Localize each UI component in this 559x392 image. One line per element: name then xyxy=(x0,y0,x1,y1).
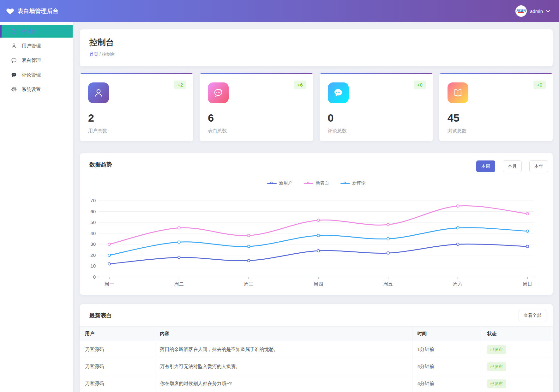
cell-content: 你在颓废的时候别人都在努力哦~? xyxy=(155,375,412,392)
column-header-user: 用户 xyxy=(80,327,155,341)
legend-marker xyxy=(304,181,313,185)
sidebar-item-users[interactable]: 用户管理 xyxy=(0,39,73,52)
trend-chart-card: 数据趋势 本周 本月 本年 新用户 新表白 新评论 01020304050607… xyxy=(80,153,553,295)
app-title: 表白墙管理后台 xyxy=(18,7,59,15)
avatar-logo-underline xyxy=(518,12,524,13)
sidebar-item-label: 系统设置 xyxy=(22,87,41,93)
stat-badge: +0 xyxy=(414,81,426,89)
legend-item-new-comments[interactable]: 新评论 xyxy=(340,180,366,186)
table-row: 刀客源码 万有引力可无法对坠入爱河的人负责。 4分钟前 已发布 xyxy=(80,358,553,375)
sidebar-item-label: 控制台 xyxy=(22,28,36,34)
page-title: 控制台 xyxy=(89,37,543,48)
cell-status: 已发布 xyxy=(482,341,553,358)
latest-confessions-table: 用户 内容 时间 状态 刀客源码 落日的余晖洒落在人间，抹去的是不知道属于谁的忧… xyxy=(80,326,553,392)
cell-user: 刀客源码 xyxy=(80,341,155,358)
comment-bubble-icon xyxy=(328,82,349,103)
chat-bubble-filled-icon xyxy=(11,72,17,78)
stat-label: 用户总数 xyxy=(88,128,186,134)
range-button-year[interactable]: 本年 xyxy=(529,160,548,172)
sidebar-item-label: 评论管理 xyxy=(22,72,41,78)
svg-text:周一: 周一 xyxy=(105,281,114,286)
stat-card-comments: +0 0 评论总数 xyxy=(320,73,433,141)
column-header-content: 内容 xyxy=(155,327,412,341)
sidebar: 控制台 用户管理 表白管理 评论管理 xyxy=(0,22,73,392)
svg-text:60: 60 xyxy=(90,209,96,214)
dashboard-icon xyxy=(11,28,17,34)
svg-text:周六: 周六 xyxy=(453,281,463,286)
gear-icon xyxy=(11,86,17,93)
sidebar-item-label: 用户管理 xyxy=(22,43,41,49)
svg-text:0: 0 xyxy=(93,274,96,280)
user-avatar[interactable]: 刀客源码 xyxy=(515,5,527,17)
sidebar-item-comments[interactable]: 评论管理 xyxy=(0,69,73,81)
cell-user: 刀客源码 xyxy=(80,375,155,392)
column-header-status: 状态 xyxy=(482,327,553,341)
svg-text:70: 70 xyxy=(90,198,96,203)
stats-row: +2 2 用户总数 +6 6 表白总数 +0 xyxy=(80,73,553,141)
range-button-month[interactable]: 本月 xyxy=(503,160,522,172)
svg-text:周四: 周四 xyxy=(314,281,323,286)
username-label: admin xyxy=(530,9,543,14)
sidebar-item-settings[interactable]: 系统设置 xyxy=(0,83,73,96)
trend-chart-svg: 010203040506070周一周二周三周四周五周六周日 xyxy=(80,194,553,289)
stat-card-users: +2 2 用户总数 xyxy=(80,73,193,141)
open-book-icon xyxy=(448,82,468,103)
main-content: 控制台 首页 / 控制台 +2 2 用户总数 xyxy=(73,22,559,392)
breadcrumb-current: 控制台 xyxy=(102,51,115,57)
table-row: 刀客源码 落日的余晖洒落在人间，抹去的是不知道属于谁的忧愁。 1分钟前 已发布 xyxy=(80,341,553,358)
sidebar-item-label: 表白管理 xyxy=(22,57,41,63)
sidebar-item-dashboard[interactable]: 控制台 xyxy=(0,25,73,38)
cell-user: 刀客源码 xyxy=(80,358,155,375)
sidebar-item-confessions[interactable]: 表白管理 xyxy=(0,54,73,67)
cell-time: 4分钟前 xyxy=(412,375,482,392)
status-badge: 已发布 xyxy=(487,379,506,388)
stat-badge: +0 xyxy=(533,81,546,89)
breadcrumb: 首页 / 控制台 xyxy=(89,51,543,57)
range-button-week[interactable]: 本周 xyxy=(476,160,495,172)
svg-text:30: 30 xyxy=(90,241,96,247)
cell-status: 已发布 xyxy=(482,375,553,392)
page-header-card: 控制台 首页 / 控制台 xyxy=(80,29,553,66)
legend-item-new-users[interactable]: 新用户 xyxy=(267,180,292,186)
view-all-button[interactable]: 查看全部 xyxy=(519,310,546,321)
svg-text:10: 10 xyxy=(90,263,96,268)
avatar-logo-text: 刀客源码 xyxy=(516,9,526,12)
svg-text:周二: 周二 xyxy=(174,281,184,286)
cell-content: 落日的余晖洒落在人间，抹去的是不知道属于谁的忧愁。 xyxy=(155,341,412,358)
svg-text:40: 40 xyxy=(90,231,96,236)
legend-item-new-confessions[interactable]: 新表白 xyxy=(304,180,329,186)
breadcrumb-home-link[interactable]: 首页 xyxy=(89,51,98,57)
stat-card-confessions: +6 6 表白总数 xyxy=(200,73,313,141)
stat-value: 6 xyxy=(208,112,305,124)
legend-label: 新表白 xyxy=(316,180,329,186)
svg-text:周三: 周三 xyxy=(244,281,253,286)
table-header-row: 用户 内容 时间 状态 xyxy=(80,327,553,341)
stat-value: 2 xyxy=(88,112,186,124)
user-menu[interactable]: 刀客源码 admin xyxy=(515,5,550,17)
legend-marker xyxy=(340,181,350,185)
stat-badge: +6 xyxy=(294,81,306,89)
stat-value: 0 xyxy=(328,112,425,124)
stat-label: 评论总数 xyxy=(328,128,425,134)
breadcrumb-separator: / xyxy=(99,51,102,57)
stat-badge: +2 xyxy=(174,81,186,89)
status-badge: 已发布 xyxy=(487,345,506,354)
range-button-group: 本周 本月 本年 xyxy=(469,160,548,172)
confession-bubble-icon xyxy=(208,82,229,103)
heart-logo-icon xyxy=(6,8,14,15)
user-icon xyxy=(88,82,109,103)
stat-value: 45 xyxy=(448,112,545,124)
trend-title: 数据趋势 xyxy=(89,161,112,168)
table-row: 刀客源码 你在颓废的时候别人都在努力哦~? 4分钟前 已发布 xyxy=(80,375,553,392)
svg-text:周五: 周五 xyxy=(383,281,393,286)
legend-label: 新评论 xyxy=(352,180,366,186)
legend-marker xyxy=(267,181,277,185)
cell-content: 万有引力可无法对坠入爱河的人负责。 xyxy=(155,358,412,375)
speech-bubble-icon xyxy=(11,57,17,63)
status-badge: 已发布 xyxy=(487,362,506,371)
latest-confessions-card: 最新表白 查看全部 用户 内容 时间 状态 刀客源码 落日的余晖洒落在人间，抹去… xyxy=(80,304,553,392)
chevron-down-icon xyxy=(546,10,550,12)
column-header-time: 时间 xyxy=(412,327,482,341)
cell-status: 已发布 xyxy=(482,358,553,375)
user-icon xyxy=(11,43,17,49)
